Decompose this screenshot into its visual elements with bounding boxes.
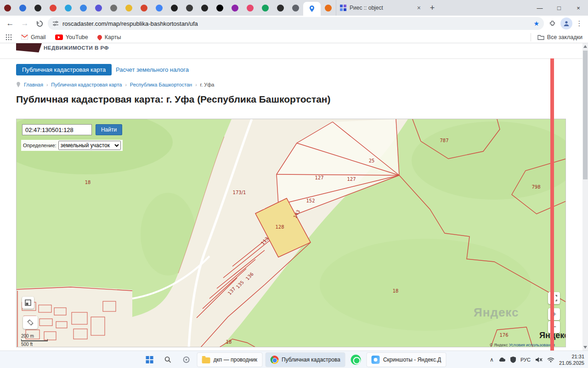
parcel-label: 127 <box>347 177 356 182</box>
fullscreen-button[interactable] <box>548 292 560 304</box>
bookmark-star-icon[interactable]: ★ <box>533 20 539 27</box>
taskbar-search-button[interactable] <box>160 352 176 367</box>
reload-button[interactable] <box>33 17 46 30</box>
tab-favicon <box>141 5 147 12</box>
maximize-button[interactable]: □ <box>549 0 569 16</box>
tray-cloud-icon[interactable] <box>498 357 506 362</box>
breadcrumb-home[interactable]: Главная <box>24 82 43 87</box>
ruler-icon <box>25 299 31 306</box>
close-button[interactable]: × <box>569 0 588 16</box>
site-logo[interactable] <box>16 43 42 52</box>
breadcrumb-region[interactable]: Республика Башкортостан <box>130 82 192 87</box>
minimize-button[interactable]: — <box>530 0 549 16</box>
bookmark-label: Карты <box>105 34 121 40</box>
volume-muted-icon[interactable] <box>535 356 543 363</box>
folder-icon <box>202 357 210 363</box>
breadcrumb-separator: › <box>195 82 197 87</box>
taskbar-window-chrome[interactable]: Публичная кадастрова <box>265 352 345 367</box>
tab-close-icon[interactable]: × <box>416 5 422 11</box>
forward-button[interactable]: → <box>18 17 31 30</box>
terms-link[interactable]: Условия использования <box>509 343 555 347</box>
taskbar-window-screenshots[interactable]: Скриншоты - Яндекс.Д <box>367 352 447 367</box>
browser-tab[interactable] <box>197 0 212 16</box>
breadcrumb-map[interactable]: Публичная кадастровая карта <box>51 82 122 87</box>
language-indicator[interactable]: РУС <box>520 357 531 362</box>
browser-tab[interactable] <box>91 0 106 16</box>
tab-ries-object[interactable]: Риес :: object × <box>336 0 426 16</box>
map-canvas[interactable]: 18173/1127127251521431281131361351377877… <box>16 119 566 347</box>
browser-tab[interactable] <box>45 0 61 16</box>
browser-tab[interactable] <box>273 0 288 16</box>
parcel-label: 127 <box>315 175 323 180</box>
tab-favicon <box>247 5 254 12</box>
definition-select[interactable]: земельный участок <box>58 141 121 150</box>
site-settings-icon[interactable] <box>52 20 59 27</box>
scrollbar-thumb[interactable] <box>583 51 588 179</box>
tab-public-cadastral-map[interactable]: Публичная кадастровая карта <box>16 64 112 75</box>
map-scale: 200 m 500 ft <box>21 334 48 347</box>
browser-tab[interactable] <box>0 0 15 16</box>
tab-land-tax-link[interactable]: Расчет земельного налога <box>116 66 189 73</box>
find-button[interactable]: Найти <box>96 124 122 135</box>
all-bookmarks-button[interactable]: Все закладки <box>531 33 582 41</box>
taskbar-whatsapp-button[interactable] <box>348 352 364 367</box>
breadcrumb-city: г. Уфа <box>200 82 215 87</box>
apps-grid-icon[interactable] <box>6 34 12 40</box>
scroll-down-arrow-icon[interactable] <box>583 346 587 349</box>
browser-tab[interactable] <box>182 0 197 16</box>
browser-tab[interactable] <box>30 0 45 16</box>
tray-time: 21:31 <box>559 353 584 360</box>
browser-tab[interactable] <box>243 0 258 16</box>
browser-tab[interactable] <box>15 0 30 16</box>
browser-tab[interactable] <box>321 0 336 16</box>
browser-tab[interactable] <box>121 0 136 16</box>
bookmark-label: Gmail <box>31 34 46 40</box>
tab-favicon <box>80 5 87 12</box>
browser-tab[interactable] <box>288 0 303 16</box>
browser-tab[interactable] <box>76 0 91 16</box>
tab-favicon <box>325 5 332 12</box>
tray-shield-icon[interactable] <box>510 356 516 363</box>
cadastral-search-input[interactable] <box>22 124 92 135</box>
bookmarks-bar: Gmail YouTube Карты Все закладки <box>0 31 588 43</box>
bookmark-youtube[interactable]: YouTube <box>55 34 88 40</box>
active-tab-cadastral-map[interactable] <box>303 2 321 16</box>
parcel-label: 128 <box>275 224 284 230</box>
network-icon[interactable] <box>547 357 554 362</box>
browser-tab[interactable] <box>106 0 121 16</box>
browser-menu-button[interactable]: ⋮ <box>574 19 584 28</box>
browser-tab[interactable] <box>167 0 182 16</box>
browser-tab[interactable] <box>212 0 227 16</box>
new-tab-button[interactable]: + <box>426 1 439 14</box>
browser-tab[interactable] <box>136 0 152 16</box>
parcel-label: 18 <box>226 339 232 345</box>
pinned-app-button[interactable] <box>179 352 194 367</box>
browser-tab[interactable] <box>61 0 76 16</box>
back-button[interactable]: ← <box>4 17 17 30</box>
bookmark-label: YouTube <box>66 34 88 40</box>
browser-tab[interactable] <box>227 0 243 16</box>
address-bar[interactable]: roscadaster.com/map/respublika-bashkorto… <box>48 17 544 30</box>
profile-avatar[interactable] <box>560 17 572 29</box>
scale-imperial: 500 ft <box>21 342 48 347</box>
start-button[interactable] <box>142 352 158 367</box>
gmail-icon <box>21 34 28 40</box>
scroll-up-arrow-icon[interactable] <box>583 45 587 48</box>
extensions-button[interactable] <box>546 17 559 30</box>
browser-tab[interactable] <box>258 0 273 16</box>
tray-clock[interactable]: 21:31 21.05.2025 <box>559 353 584 367</box>
whatsapp-icon <box>351 355 361 365</box>
layers-button[interactable] <box>23 316 38 329</box>
parcel-label: 798 <box>531 184 540 190</box>
bookmark-gmail[interactable]: Gmail <box>21 34 46 40</box>
bookmark-maps[interactable]: Карты <box>97 34 121 40</box>
browser-tab[interactable] <box>152 0 167 16</box>
breadcrumb: Главная › Публичная кадастровая карта › … <box>16 82 214 87</box>
tray-expand-chevron-icon[interactable]: ∧ <box>490 356 494 363</box>
windows-logo-icon <box>146 356 153 363</box>
panorama-tool-button[interactable] <box>22 297 34 309</box>
taskbar-window-explorer[interactable]: дкп — проводник <box>197 352 263 367</box>
page-scrollbar[interactable] <box>582 43 588 351</box>
zoom-in-button[interactable]: + <box>548 308 560 320</box>
url-text[interactable]: roscadaster.com/map/respublika-bashkorto… <box>62 20 530 27</box>
